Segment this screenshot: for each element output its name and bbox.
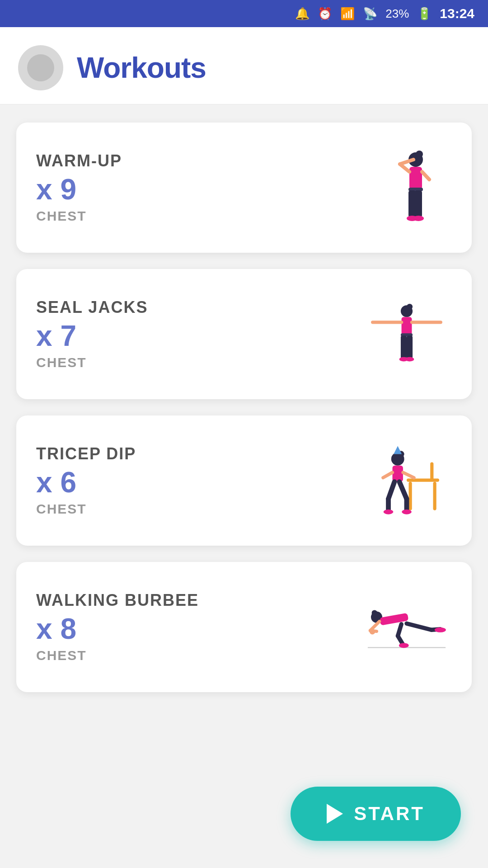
- workout-illustration-walking-burbee: [361, 582, 452, 672]
- svg-point-10: [413, 216, 424, 221]
- workout-reps: x 9: [36, 175, 122, 204]
- svg-rect-13: [402, 317, 412, 335]
- start-label: START: [354, 803, 425, 825]
- workout-category: CHEST: [36, 501, 136, 517]
- page-title: Workouts: [77, 51, 206, 85]
- svg-point-20: [405, 357, 414, 362]
- workout-name: SEAL JACKS: [36, 298, 148, 317]
- workout-name: WARM-UP: [36, 151, 122, 170]
- svg-line-28: [383, 472, 393, 478]
- svg-rect-23: [409, 482, 412, 510]
- workout-name: TRICEP DIP: [36, 444, 136, 463]
- header: Workouts: [0, 27, 488, 104]
- workout-category: CHEST: [36, 648, 199, 663]
- workout-category: CHEST: [36, 208, 122, 224]
- signal-icon: 📡: [363, 7, 377, 21]
- workout-reps: x 7: [36, 321, 148, 350]
- start-button[interactable]: START: [291, 787, 461, 841]
- svg-rect-39: [380, 613, 409, 626]
- workout-reps: x 8: [36, 614, 199, 643]
- workout-illustration-seal-jacks: [361, 289, 452, 379]
- svg-line-42: [407, 623, 432, 630]
- workout-category: CHEST: [36, 355, 148, 370]
- workout-card-text: WARM-UP x 9 CHEST: [36, 151, 122, 224]
- workout-card-warm-up[interactable]: WARM-UP x 9 CHEST: [16, 123, 472, 253]
- svg-line-5: [422, 172, 429, 179]
- workout-illustration-warm-up: [361, 142, 452, 233]
- status-bar: 🔔 ⏰ 📶 📡 23% 🔋 13:24: [0, 0, 488, 27]
- workout-card-text: SEAL JACKS x 7 CHEST: [36, 298, 148, 370]
- svg-rect-7: [408, 190, 416, 217]
- avatar-inner: [27, 54, 54, 81]
- svg-point-1: [416, 151, 423, 158]
- battery-percentage: 23%: [385, 7, 409, 21]
- workout-card-walking-burbee[interactable]: WALKING BURBEE x 8 CHEST: [16, 562, 472, 692]
- svg-rect-2: [409, 167, 422, 189]
- battery-icon: 🔋: [417, 7, 432, 21]
- svg-point-38: [372, 610, 378, 616]
- svg-rect-8: [415, 190, 422, 217]
- svg-rect-22: [433, 482, 436, 510]
- status-time: 13:24: [440, 6, 474, 21]
- start-button-container: START: [291, 787, 461, 841]
- notification-icon: 🔔: [295, 7, 310, 21]
- workout-card-seal-jacks[interactable]: SEAL JACKS x 7 CHEST: [16, 269, 472, 399]
- svg-point-47: [370, 629, 375, 635]
- workout-list: WARM-UP x 9 CHEST: [0, 104, 488, 764]
- workout-card-text: WALKING BURBEE x 8 CHEST: [36, 591, 199, 663]
- workout-reps: x 6: [36, 468, 136, 497]
- svg-rect-18: [407, 335, 413, 359]
- svg-point-49: [399, 643, 409, 648]
- clock-icon: ⏰: [318, 7, 332, 21]
- svg-rect-24: [430, 462, 433, 481]
- wifi-icon: 📶: [340, 7, 355, 21]
- svg-point-35: [402, 509, 412, 514]
- svg-rect-17: [401, 335, 407, 359]
- svg-point-34: [384, 509, 394, 514]
- workout-card-tricep-dip[interactable]: TRICEP DIP x 6 CHEST: [16, 415, 472, 546]
- svg-line-31: [399, 482, 407, 499]
- avatar: [18, 45, 63, 90]
- svg-point-48: [435, 627, 446, 632]
- workout-illustration-tricep-dip: [361, 435, 452, 526]
- workout-card-text: TRICEP DIP x 6 CHEST: [36, 444, 136, 517]
- workout-name: WALKING BURBEE: [36, 591, 199, 610]
- svg-rect-21: [407, 479, 439, 482]
- svg-point-12: [407, 304, 413, 310]
- svg-rect-27: [393, 466, 403, 482]
- svg-line-30: [389, 482, 395, 499]
- play-icon: [327, 804, 343, 824]
- svg-marker-36: [394, 446, 402, 454]
- svg-line-29: [403, 472, 414, 478]
